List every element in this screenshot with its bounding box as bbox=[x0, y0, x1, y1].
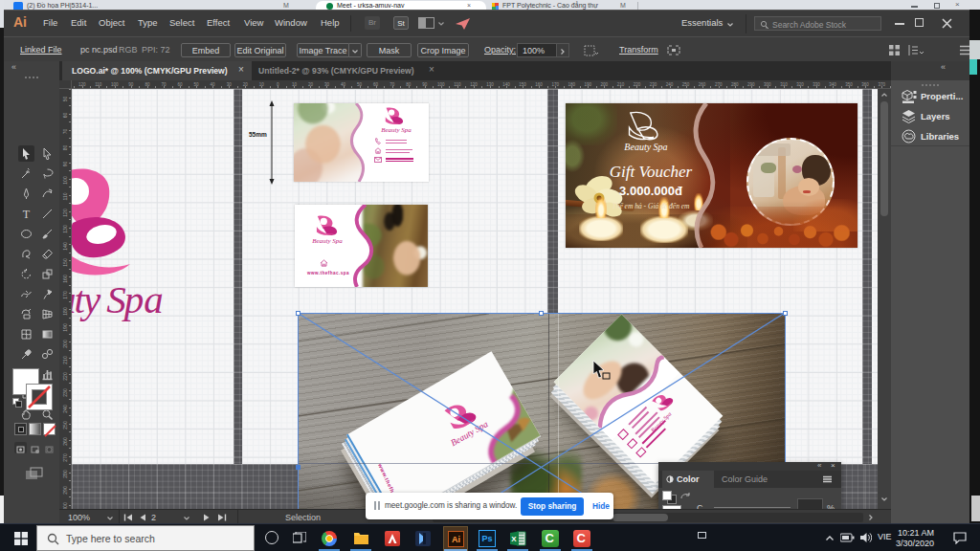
svg-text:X: X bbox=[511, 535, 517, 543]
svg-text:T: T bbox=[23, 208, 31, 220]
